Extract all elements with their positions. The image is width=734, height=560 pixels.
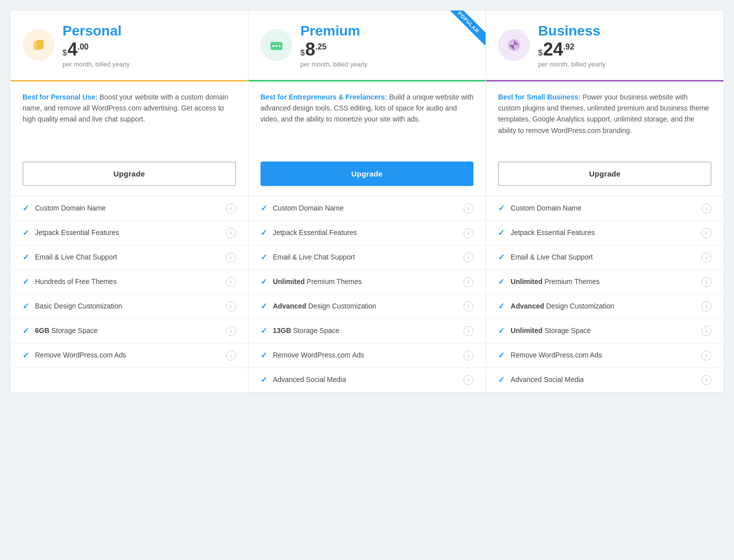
feature-label: Unlimited Storage Space (510, 326, 696, 336)
plan-description: Best for Small Business: Power your busi… (486, 82, 724, 162)
feature-item: ✓ Custom Domain Name i (248, 196, 486, 221)
info-icon[interactable]: i (702, 277, 712, 287)
feature-item: ✓ Remove WordPress.com Ads i (10, 344, 248, 368)
info-icon[interactable]: i (226, 204, 236, 214)
info-icon[interactable]: i (226, 252, 236, 262)
upgrade-button-personal[interactable]: Upgrade (22, 162, 236, 186)
feature-check-icon: ✓ (22, 350, 29, 360)
info-icon[interactable]: i (702, 302, 712, 312)
features-list: ✓ Custom Domain Name i ✓ Jetpack Essenti… (248, 196, 486, 392)
feature-item: ✓ Custom Domain Name i (486, 196, 724, 221)
plan-price-line: $ 8 .25 (300, 40, 474, 58)
info-icon[interactable]: i (464, 326, 474, 336)
info-icon[interactable]: i (702, 252, 712, 262)
plan-header: Business $ 24 .92 per month, billed year… (486, 10, 724, 80)
price-decimal: .25 (316, 42, 326, 52)
feature-item: ✓ Custom Domain Name i (10, 196, 248, 221)
feature-item: ✓ Email & Live Chat Support i (10, 246, 248, 270)
feature-check-icon: ✓ (22, 302, 29, 311)
feature-item: ✓ Jetpack Essential Features i (10, 221, 248, 246)
info-icon[interactable]: i (702, 375, 712, 385)
plan-price-line: $ 24 .92 (538, 40, 712, 58)
info-icon[interactable]: i (226, 302, 236, 312)
feature-item: ✓ Unlimited Premium Themes i (486, 270, 724, 294)
feature-item: ✓ Unlimited Premium Themes i (248, 270, 486, 294)
plan-title-area: Personal $ 4 .00 per month, billed yearl… (62, 22, 236, 68)
feature-item: ✓ Basic Design Customization i (10, 294, 248, 319)
feature-check-icon: ✓ (498, 302, 504, 311)
feature-item: ✓ Unlimited Storage Space i (486, 319, 724, 344)
svg-point-5 (278, 45, 280, 47)
feature-item: ✓ 13GB Storage Space i (248, 319, 486, 344)
feature-check-icon: ✓ (260, 277, 267, 286)
info-icon[interactable]: i (226, 350, 236, 360)
feature-label: Unlimited Premium Themes (510, 277, 696, 287)
feature-label: Remove WordPress.com Ads (510, 350, 696, 360)
feature-label: Custom Domain Name (273, 204, 459, 214)
plan-price-line: $ 4 .00 (62, 40, 236, 58)
feature-check-icon: ✓ (498, 204, 504, 213)
info-icon[interactable]: i (702, 204, 712, 214)
price-whole: 4 (68, 40, 78, 58)
feature-item: ✓ 6GB Storage Space i (10, 319, 248, 344)
feature-label: Remove WordPress.com Ads (35, 350, 221, 360)
price-dollar: $ (62, 48, 67, 58)
svg-point-4 (276, 45, 278, 47)
feature-label: Email & Live Chat Support (273, 252, 459, 262)
description-bold: Best for Small Business: (498, 93, 580, 101)
info-icon[interactable]: i (464, 375, 474, 385)
feature-label: 13GB Storage Space (273, 326, 459, 336)
feature-label: Basic Design Customization (35, 302, 221, 312)
plan-description: Best for Personal Use: Boost your websit… (10, 82, 248, 162)
feature-label: Hundreds of Free Themes (35, 277, 221, 287)
plan-icon-business (498, 29, 530, 61)
info-icon[interactable]: i (226, 277, 236, 287)
price-dollar: $ (538, 48, 542, 58)
plan-card-personal: Personal $ 4 .00 per month, billed yearl… (10, 10, 248, 393)
feature-check-icon: ✓ (22, 204, 29, 213)
info-icon[interactable]: i (464, 302, 474, 312)
plans-container: Personal $ 4 .00 per month, billed yearl… (10, 10, 724, 393)
info-icon[interactable]: i (226, 228, 236, 238)
feature-item: ✓ Advanced Design Customization i (486, 294, 724, 319)
feature-label: Email & Live Chat Support (510, 252, 696, 262)
feature-check-icon: ✓ (260, 228, 267, 238)
feature-check-icon: ✓ (498, 252, 504, 262)
feature-item: ✓ Advanced Design Customization i (248, 294, 486, 319)
upgrade-button-business[interactable]: Upgrade (498, 162, 712, 186)
feature-item: ✓ Remove WordPress.com Ads i (486, 344, 724, 368)
price-decimal: .00 (78, 42, 88, 52)
plan-name: Premium (300, 22, 474, 40)
upgrade-button-premium[interactable]: Upgrade (260, 162, 474, 186)
plan-upgrade: Upgrade (10, 162, 248, 196)
price-whole: 24 (543, 40, 563, 58)
feature-item: ✓ Email & Live Chat Support i (248, 246, 486, 270)
feature-item: ✓ Email & Live Chat Support i (486, 246, 724, 270)
plan-header: Premium $ 8 .25 per month, billed yearly (248, 10, 486, 80)
info-icon[interactable]: i (464, 350, 474, 360)
plan-name: Personal (62, 22, 236, 40)
feature-check-icon: ✓ (498, 326, 504, 336)
feature-check-icon: ✓ (260, 204, 267, 213)
description-bold: Best for Entrepreneurs & Freelancers: (260, 93, 388, 101)
info-icon[interactable]: i (464, 252, 474, 262)
info-icon[interactable]: i (226, 326, 236, 336)
plan-header: Personal $ 4 .00 per month, billed yearl… (10, 10, 248, 80)
feature-check-icon: ✓ (22, 252, 29, 262)
plan-title-area: Premium $ 8 .25 per month, billed yearly (300, 22, 474, 68)
info-icon[interactable]: i (702, 326, 712, 336)
info-icon[interactable]: i (702, 228, 712, 238)
info-icon[interactable]: i (464, 228, 474, 238)
price-dollar: $ (300, 48, 305, 58)
feature-item: ✓ Jetpack Essential Features i (486, 221, 724, 246)
plan-billing: per month, billed yearly (300, 60, 474, 68)
feature-item: ✓ Jetpack Essential Features i (248, 221, 486, 246)
feature-item: ✓ Hundreds of Free Themes i (10, 270, 248, 294)
plan-description: Best for Entrepreneurs & Freelancers: Bu… (248, 82, 486, 162)
info-icon[interactable]: i (464, 204, 474, 214)
info-icon[interactable]: i (702, 350, 712, 360)
plan-icon-personal (22, 29, 54, 61)
price-decimal: .92 (563, 42, 574, 52)
info-icon[interactable]: i (464, 277, 474, 287)
feature-label: Custom Domain Name (510, 204, 696, 214)
